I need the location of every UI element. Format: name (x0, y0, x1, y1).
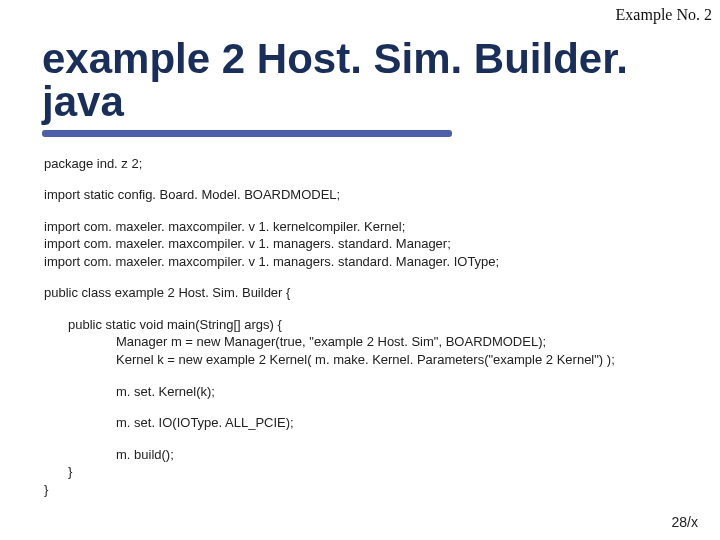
code-line: Manager m = new Manager(true, "example 2… (44, 333, 708, 351)
code-line: import static config. Board. Model. BOAR… (44, 186, 708, 204)
code-line: import com. maxeler. maxcompiler. v 1. m… (44, 253, 708, 271)
code-block: package ind. z 2; import static config. … (44, 155, 708, 499)
slide: Example No. 2 example 2 Host. Sim. Build… (0, 0, 720, 540)
page-title: example 2 Host. Sim. Builder. java (42, 38, 694, 124)
code-line: m. build(); (44, 446, 708, 464)
page-number: 28/x (672, 514, 698, 530)
code-line: m. set. IO(IOType. ALL_PCIE); (44, 414, 708, 432)
code-line: } (44, 463, 708, 481)
title-wrap: example 2 Host. Sim. Builder. java (28, 34, 708, 137)
code-line: } (44, 481, 708, 499)
title-underline (42, 130, 452, 137)
code-line: package ind. z 2; (44, 155, 708, 173)
example-badge: Example No. 2 (616, 6, 712, 24)
code-line: import com. maxeler. maxcompiler. v 1. k… (44, 218, 708, 236)
code-line: public class example 2 Host. Sim. Builde… (44, 284, 708, 302)
code-line: public static void main(String[] args) { (44, 316, 708, 334)
code-line: m. set. Kernel(k); (44, 383, 708, 401)
code-line: import com. maxeler. maxcompiler. v 1. m… (44, 235, 708, 253)
code-line: Kernel k = new example 2 Kernel( m. make… (44, 351, 708, 369)
